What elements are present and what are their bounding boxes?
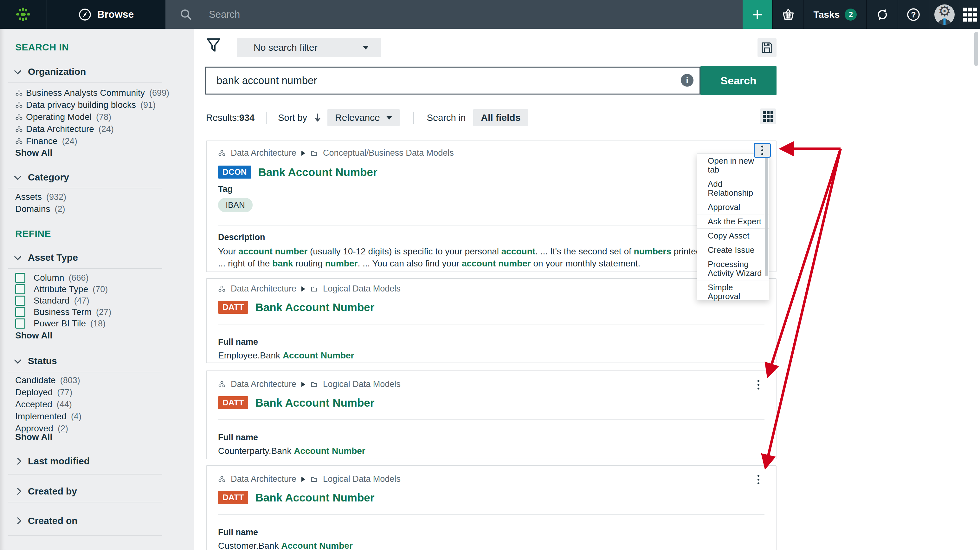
result-title-row: DATT Bank Account Number: [218, 301, 764, 314]
navbar-actions: + Tasks 2: [743, 0, 980, 29]
sidebar-item-organization[interactable]: Data Architecture (24): [15, 123, 169, 135]
grid-view-toggle-button[interactable]: [760, 108, 776, 124]
search-filter-dropdown[interactable]: No search filter: [237, 38, 381, 57]
sort-by-label: Sort by: [278, 113, 307, 123]
app-logo[interactable]: [0, 0, 46, 29]
card-actions-kebab-button[interactable]: [754, 473, 763, 486]
help-button[interactable]: ?: [897, 0, 929, 29]
info-icon[interactable]: i: [681, 74, 694, 87]
sidebar-item-organization[interactable]: Operating Model (78): [15, 111, 169, 123]
section-status-header[interactable]: Status: [15, 356, 57, 366]
svg-text:?: ?: [911, 10, 916, 19]
breadcrumb-domain[interactable]: Conceptual/Business Data Models: [323, 148, 454, 158]
result-card[interactable]: Data Architecture Conceptual/Business Da…: [206, 140, 776, 272]
sidebar-item-status[interactable]: Candidate (803): [15, 374, 81, 386]
application-window: Browse Search + Tasks: [0, 0, 980, 550]
context-menu-item[interactable]: Add Relationship: [697, 177, 769, 200]
context-menu-item[interactable]: Ask the Expert: [697, 214, 769, 228]
search-in-fields-button[interactable]: All fields: [473, 109, 528, 126]
sidebar-item-status[interactable]: Deployed (77): [15, 386, 81, 399]
divider: [8, 83, 162, 83]
card-actions-kebab-button[interactable]: [754, 378, 763, 391]
section-last-modified-header[interactable]: Last modified: [15, 456, 90, 467]
sort-direction-icon[interactable]: [314, 113, 321, 123]
result-title-link[interactable]: Bank Account Number: [258, 166, 377, 179]
sidebar-item-organization[interactable]: Data privacy building blocks (91): [15, 99, 169, 111]
checkbox[interactable]: [15, 284, 25, 294]
section-created-on-header[interactable]: Created on: [15, 515, 78, 526]
result-title-row: DATT Bank Account Number: [218, 491, 764, 504]
browse-button[interactable]: Browse: [46, 0, 165, 29]
organization-show-all[interactable]: Show All: [15, 148, 52, 158]
context-menu-item[interactable]: Create Issue: [697, 243, 769, 257]
sidebar-item-asset-type[interactable]: Attribute Type (70): [15, 284, 111, 295]
result-title-link[interactable]: Bank Account Number: [255, 491, 374, 504]
global-search-bar[interactable]: Search: [165, 0, 743, 29]
breadcrumb-community[interactable]: Data Architecture: [231, 148, 296, 158]
tasks-button[interactable]: Tasks 2: [803, 0, 866, 29]
context-menu-item[interactable]: Simple Approval: [697, 280, 769, 303]
tag-chip[interactable]: IBAN: [218, 198, 253, 212]
context-menu-scrollbar[interactable]: [765, 155, 768, 276]
page-scrollbar[interactable]: [974, 32, 978, 66]
checkbox[interactable]: [15, 296, 25, 306]
sidebar-item-asset-type[interactable]: Power BI Tile (18): [15, 318, 111, 329]
checkbox[interactable]: [15, 307, 25, 317]
search-query-input[interactable]: [205, 67, 700, 94]
section-category-header[interactable]: Category: [15, 172, 69, 183]
breadcrumb[interactable]: Data Architecture Logical Data Models: [218, 474, 764, 484]
asset-type-show-all[interactable]: Show All: [15, 330, 52, 341]
breadcrumb-community[interactable]: Data Architecture: [231, 474, 296, 484]
sync-button[interactable]: [866, 0, 897, 29]
sidebar-item-asset-type[interactable]: Business Term (27): [15, 306, 111, 318]
sidebar-item-status[interactable]: Implemented (4): [15, 410, 81, 422]
breadcrumb-community[interactable]: Data Architecture: [231, 379, 296, 389]
card-actions-kebab-button[interactable]: [754, 143, 771, 158]
checkbox[interactable]: [15, 273, 25, 283]
community-icon: [15, 89, 23, 97]
result-card[interactable]: Data Architecture Logical Data Models DA…: [206, 465, 776, 550]
breadcrumb-domain[interactable]: Logical Data Models: [323, 284, 401, 294]
section-asset-type-header[interactable]: Asset Type: [15, 252, 78, 263]
create-asset-button[interactable]: +: [743, 0, 772, 29]
sidebar-item-asset-type[interactable]: Column (666): [15, 272, 111, 284]
full-name-value: Employee.Bank Account Number: [218, 349, 764, 362]
sidebar-item-status[interactable]: Accepted (44): [15, 399, 81, 410]
item-label: Attribute Type: [33, 284, 88, 294]
asset-type-list: Column (666) Attribute Type (70) Standar…: [15, 272, 111, 329]
context-menu-item[interactable]: Approval: [697, 200, 769, 214]
community-icon: [15, 101, 23, 109]
breadcrumb-community[interactable]: Data Architecture: [231, 284, 296, 294]
breadcrumb-domain[interactable]: Logical Data Models: [323, 474, 401, 484]
tasks-count-badge: 2: [845, 8, 857, 21]
breadcrumb-domain[interactable]: Logical Data Models: [323, 379, 401, 389]
breadcrumb[interactable]: Data Architecture Logical Data Models: [218, 284, 764, 294]
section-organization-header[interactable]: Organization: [15, 66, 86, 77]
tasks-label: Tasks: [814, 9, 840, 20]
breadcrumb-separator-icon: [301, 477, 305, 482]
breadcrumb[interactable]: Data Architecture Conceptual/Business Da…: [218, 148, 764, 158]
status-show-all[interactable]: Show All: [15, 432, 52, 442]
sidebar-item-organization[interactable]: Finance (24): [15, 135, 169, 147]
refine-heading: REFINE: [15, 228, 51, 239]
section-created-by-header[interactable]: Created by: [15, 486, 77, 497]
result-card[interactable]: Data Architecture Logical Data Models DA…: [206, 370, 776, 459]
app-switcher-button[interactable]: [960, 0, 980, 29]
sidebar-item-asset-type[interactable]: Standard (47): [15, 295, 111, 306]
checkbox[interactable]: [15, 319, 25, 328]
save-search-button[interactable]: [757, 38, 776, 57]
search-button[interactable]: Search: [700, 66, 776, 95]
sort-value-dropdown[interactable]: Relevance: [328, 109, 400, 126]
basket-button[interactable]: [772, 0, 803, 29]
result-card[interactable]: Data Architecture Logical Data Models DA…: [206, 278, 776, 363]
result-title-link[interactable]: Bank Account Number: [255, 301, 374, 314]
sidebar-item-category[interactable]: Domains (2): [15, 203, 66, 215]
sidebar-item-category[interactable]: Assets (932): [15, 191, 66, 203]
result-title-link[interactable]: Bank Account Number: [255, 397, 374, 409]
sidebar-item-organization[interactable]: Business Analysts Community (699): [15, 87, 169, 99]
chevron-right-icon: [14, 517, 22, 524]
breadcrumb[interactable]: Data Architecture Logical Data Models: [218, 379, 764, 389]
user-menu-button[interactable]: ⚙: [929, 0, 960, 29]
context-menu-item[interactable]: Processing Activity Wizard: [697, 257, 769, 280]
context-menu-item[interactable]: Copy Asset: [697, 228, 769, 243]
